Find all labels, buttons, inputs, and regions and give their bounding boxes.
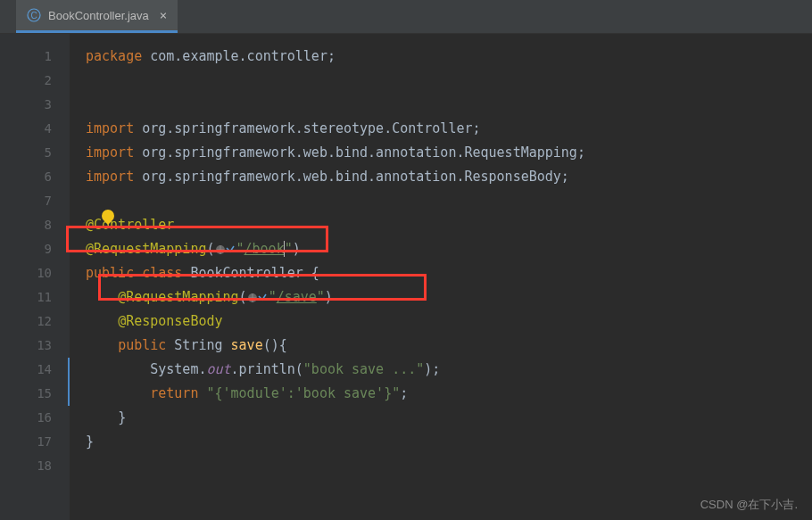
- code-line: System.out.println("book save ...");: [86, 358, 812, 382]
- line-number: 1: [16, 45, 70, 69]
- editor-container: C BookController.java × 1 2 3 4 5 6 7 8 …: [0, 0, 812, 520]
- line-number: 15: [16, 382, 70, 406]
- code-line: import org.springframework.web.bind.anno…: [86, 141, 812, 165]
- code-line: package com.example.controller;: [86, 45, 812, 69]
- line-number: 5: [16, 141, 70, 165]
- editor-body: 1 2 3 4 5 6 7 8 9 10 11 12 13 14 15 16 1…: [0, 34, 812, 520]
- line-number: 8: [16, 213, 70, 237]
- code-line: import org.springframework.stereotype.Co…: [86, 117, 812, 141]
- close-icon[interactable]: ×: [156, 8, 167, 22]
- code-line: @RequestMapping("/book"): [86, 237, 812, 261]
- line-number: 7: [16, 189, 70, 213]
- code-line: }: [86, 430, 812, 454]
- code-line: [86, 189, 812, 213]
- line-number: 2: [16, 69, 70, 93]
- code-line: return "{'module':'book save'}";: [86, 382, 812, 406]
- tab-bar: C BookController.java ×: [0, 0, 812, 34]
- line-number: 17: [16, 430, 70, 454]
- line-number: 6: [16, 165, 70, 189]
- line-number: 9: [16, 237, 70, 261]
- url-mapping-icon[interactable]: [215, 243, 235, 256]
- code-line: public String save(){: [86, 334, 812, 358]
- code-line: [86, 69, 812, 93]
- line-number: 13: [16, 334, 70, 358]
- line-number: 11: [16, 285, 70, 310]
- svg-text:C: C: [30, 11, 37, 21]
- gutter: 1 2 3 4 5 6 7 8 9 10 11 12 13 14 15 16 1…: [16, 34, 70, 520]
- code-line: public class BookController {: [86, 261, 812, 285]
- line-number: 3: [16, 93, 70, 117]
- line-number: 16: [16, 406, 70, 430]
- line-number: 12: [16, 310, 70, 334]
- line-number: 4: [16, 117, 70, 141]
- watermark: CSDN @在下小吉.: [700, 497, 798, 513]
- tab-label: BookController.java: [48, 9, 149, 22]
- code-line: [86, 454, 812, 478]
- line-number: 18: [16, 454, 70, 478]
- line-number: 14: [16, 358, 70, 382]
- left-stripe: [0, 34, 16, 520]
- code-line: import org.springframework.web.bind.anno…: [86, 165, 812, 189]
- url-mapping-icon[interactable]: [247, 292, 267, 304]
- code-line: [86, 93, 812, 117]
- code-line: @RequestMapping("/save"): [86, 285, 812, 310]
- tab-bookcontroller[interactable]: C BookController.java ×: [16, 0, 178, 33]
- java-class-icon: C: [27, 8, 41, 22]
- code-area[interactable]: package com.example.controller; import o…: [70, 34, 812, 520]
- code-line: @Controller: [86, 213, 812, 237]
- code-line: @ResponseBody: [86, 310, 812, 334]
- code-line: }: [86, 406, 812, 430]
- line-number: 10: [16, 261, 70, 285]
